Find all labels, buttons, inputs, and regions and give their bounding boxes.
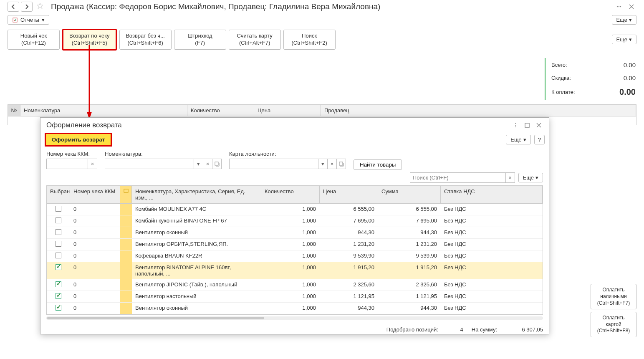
new-check-button[interactable]: Новый чек(Ctrl+F12) — [8, 30, 60, 50]
row-checkbox[interactable] — [56, 264, 61, 270]
return-dialog: Оформление возврата Оформить возврат Еще… — [40, 117, 549, 334]
process-return-button[interactable]: Оформить возврат — [45, 133, 112, 147]
chevron-down-icon: ▾ — [629, 36, 632, 43]
back-button[interactable] — [8, 2, 19, 12]
col-num: № — [8, 105, 20, 116]
col-kkm[interactable]: Номер чека ККМ — [70, 186, 120, 203]
svg-point-7 — [515, 123, 516, 124]
nom-dropdown-button[interactable]: ▾ — [194, 159, 203, 169]
dialog-menu-icon[interactable] — [511, 121, 520, 129]
reports-label: Отчеты — [20, 17, 39, 23]
table-row[interactable]: 0Вентилятор ОРБИТА,STERLING,ЯП.1,0001 23… — [47, 239, 543, 250]
page-title: Продажа (Кассир: Федоров Борис Михайлови… — [51, 2, 612, 11]
arrow-left-icon — [11, 4, 16, 9]
reports-button[interactable]: Отчеты ▾ — [8, 15, 49, 25]
clear-card-button[interactable]: × — [328, 159, 337, 169]
pay-card-button[interactable]: Оплатить картой (Ctrl+Shift+F8) — [591, 312, 636, 337]
maximize-icon[interactable] — [523, 121, 531, 129]
chevron-down-icon: ▾ — [629, 17, 632, 23]
card-input[interactable] — [229, 159, 318, 169]
table-row[interactable]: 0Вентилятор оконный1,000944,30944,30Без … — [47, 227, 543, 239]
row-checkbox[interactable] — [56, 253, 61, 258]
close-icon[interactable] — [626, 2, 636, 12]
nom-label: Номенклатура: — [105, 151, 222, 157]
row-checkbox[interactable] — [56, 206, 61, 212]
total-label: Всего: — [551, 59, 590, 71]
table-more-button[interactable]: Еще ▾ — [518, 173, 543, 182]
svg-rect-10 — [525, 123, 529, 127]
col-seller[interactable]: Продавец — [321, 105, 636, 116]
return-no-check-button[interactable]: Возврат без ч...(Ctrl+Shift+F6) — [119, 30, 172, 50]
report-icon — [12, 17, 18, 23]
discount-label: Скидка: — [551, 72, 590, 84]
svg-rect-13 — [124, 189, 128, 192]
col-price[interactable]: Цена — [320, 186, 378, 203]
col-sum[interactable]: Сумма — [378, 186, 441, 203]
chevron-down-icon: ▾ — [523, 137, 526, 143]
dialog-more-button[interactable]: Еще ▾ — [506, 135, 530, 144]
col-vat[interactable]: Ставка НДС — [441, 186, 543, 203]
table-row[interactable]: 0Комбайн кухонный BINATONE FP 671,0007 6… — [47, 215, 543, 227]
dialog-title: Оформление возврата — [46, 121, 511, 129]
clear-kkm-button[interactable]: × — [88, 159, 97, 169]
more-button-top[interactable]: Еще ▾ — [612, 15, 636, 25]
table-row[interactable]: 0Вентилятор JIPONIC (Тайв.), напольный1,… — [47, 279, 543, 291]
search-button[interactable]: Поиск(Ctrl+Shift+F2) — [283, 30, 336, 50]
more-button-actions[interactable]: Еще▾ — [612, 35, 636, 44]
open-card-button[interactable] — [337, 159, 346, 169]
menu-icon[interactable] — [614, 2, 624, 12]
help-button[interactable]: ? — [534, 135, 545, 144]
close-dialog-icon[interactable] — [535, 121, 543, 129]
arrow-right-icon — [24, 4, 29, 9]
open-nom-button[interactable] — [212, 159, 222, 169]
row-checkbox[interactable] — [56, 281, 61, 287]
table-row[interactable]: 0Вентилятор настольный1,0001 121,951 121… — [47, 291, 543, 303]
favorite-icon[interactable] — [37, 3, 45, 11]
kkm-label: Номер чека ККМ: — [46, 151, 97, 157]
col-qty[interactable]: Количество — [187, 105, 254, 116]
pay-cash-button[interactable]: Оплатить наличными (Ctrl+Shift+F7) — [591, 284, 636, 309]
search-input[interactable] — [410, 172, 506, 183]
row-checkbox[interactable] — [56, 241, 61, 247]
row-checkbox[interactable] — [56, 293, 61, 299]
footer-count-value: 4 — [447, 326, 463, 333]
discount-value: 0.00 — [591, 72, 636, 84]
svg-point-0 — [617, 6, 618, 7]
nom-input[interactable] — [105, 159, 194, 169]
row-checkbox[interactable] — [56, 305, 61, 311]
col-icon[interactable] — [120, 186, 132, 203]
table-row[interactable]: 0Вентилятор оконный1,000944,30944,30Без … — [47, 303, 543, 314]
card-label: Карта лояльности: — [229, 151, 346, 157]
col-nom[interactable]: Номенклатура — [20, 105, 187, 116]
svg-rect-5 — [15, 19, 16, 21]
horizontal-scrollbar[interactable] — [46, 316, 543, 320]
barcode-button[interactable]: Штрихкод(F7) — [174, 30, 226, 50]
chevron-down-icon: ▾ — [42, 17, 45, 23]
total-value: 0.00 — [591, 59, 636, 71]
card-dropdown-button[interactable]: ▾ — [318, 159, 328, 169]
row-checkbox[interactable] — [56, 229, 61, 235]
svg-point-9 — [515, 126, 516, 127]
svg-rect-3 — [13, 18, 17, 22]
svg-rect-12 — [339, 162, 343, 165]
due-label: К оплате: — [551, 85, 590, 99]
col-selected[interactable]: Выбран — [47, 186, 70, 203]
kkm-input[interactable] — [46, 159, 88, 169]
row-checkbox[interactable] — [56, 217, 61, 223]
table-row[interactable]: 0Комбайн MOULINEX A77 4C1,0006 555,006 5… — [47, 204, 543, 215]
col-price[interactable]: Цена — [254, 105, 321, 116]
svg-rect-11 — [215, 162, 218, 165]
return-by-check-button[interactable]: Возврат по чеку(Ctrl+Shift+F5) — [62, 29, 117, 51]
chevron-down-icon: ▾ — [535, 174, 538, 181]
clear-nom-button[interactable]: × — [203, 159, 212, 169]
table-row[interactable]: 0Кофеварка BRAUN KF22R1,0009 539,909 539… — [47, 250, 543, 262]
footer-sum-value: 6 307,05 — [505, 326, 543, 333]
col-quantity[interactable]: Количество — [261, 186, 320, 203]
table-row[interactable]: 0Вентилятор BINATONE ALPINE 160вт, напол… — [47, 262, 543, 279]
clear-search-button[interactable]: × — [506, 172, 515, 183]
due-value: 0.00 — [591, 85, 636, 99]
forward-button[interactable] — [21, 2, 33, 12]
find-goods-button[interactable]: Найти товары — [354, 159, 402, 170]
read-card-button[interactable]: Считать карту(Ctrl+Alt+F7) — [229, 30, 281, 50]
col-nomenclature[interactable]: Номенклатура, Характеристика, Серия, Ед.… — [132, 186, 261, 203]
